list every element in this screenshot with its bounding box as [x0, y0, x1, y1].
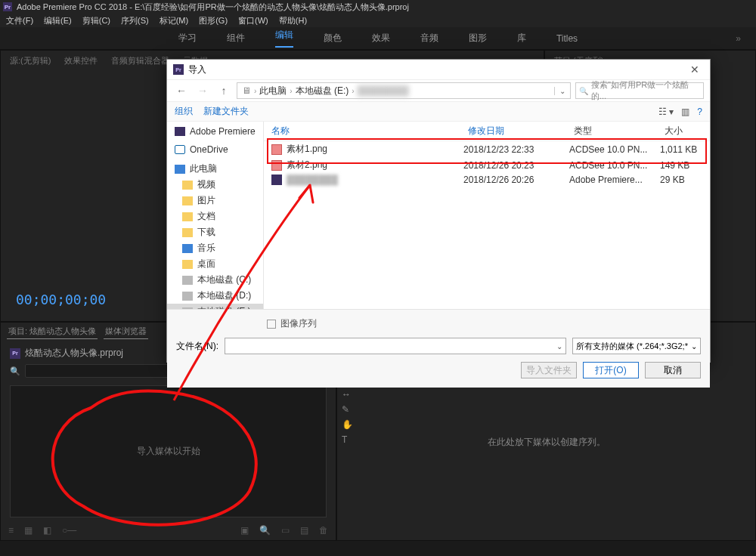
image-sequence-checkbox[interactable] [267, 320, 276, 329]
workspace-libraries[interactable]: 库 [517, 32, 526, 45]
menu-sequence[interactable]: 序列(S) [121, 15, 149, 26]
menu-markers[interactable]: 标记(M) [160, 15, 189, 26]
disk-icon [182, 292, 193, 301]
open-button[interactable]: 打开(O) [583, 362, 639, 378]
back-icon[interactable]: ← [173, 82, 190, 99]
sidebar-item-disk-d[interactable]: 本地磁盘 (D:) [167, 288, 263, 304]
effect-controls-tab[interactable]: 效果控件 [61, 54, 101, 68]
search-input[interactable]: 搜索"如何用PR做一个炫酷的... [575, 82, 704, 99]
breadcrumb-dropdown-icon[interactable]: ⌄ [554, 87, 570, 95]
file-row[interactable]: 素材1.png 2018/12/23 22:33 ACDSee 10.0 PN.… [264, 141, 710, 157]
zoom-slider[interactable]: ○— [62, 525, 76, 536]
sidebar-item-premiere[interactable]: Adobe Premiere [167, 125, 263, 138]
col-name[interactable]: 名称 [271, 125, 468, 137]
file-list-area: 名称 修改日期 类型 大小 素材1.png 2018/12/23 22:33 A… [264, 122, 710, 309]
disk-icon [182, 276, 193, 285]
slip-tool-icon[interactable]: ↔ [342, 389, 353, 400]
title-bar: Adobe Premiere Pro CC 2018 - E:\百度经验\如何用… [0, 0, 756, 14]
workspace-assembly[interactable]: 组件 [227, 32, 245, 45]
filename-input[interactable]: ⌄ [225, 338, 566, 354]
col-size[interactable]: 大小 [665, 125, 702, 137]
audio-mixer-tab[interactable]: 音频剪辑混合器 [108, 54, 172, 68]
forward-icon[interactable]: → [194, 82, 211, 99]
project-bin-dropzone[interactable]: 导入媒体以开始 [10, 385, 327, 517]
folder-icon [182, 212, 193, 221]
file-type-filter[interactable]: 所有支持的媒体 (*.264;*.3G2;*⌄ [572, 338, 701, 354]
cancel-button[interactable]: 取消 [645, 362, 701, 378]
find-icon[interactable]: 🔍 [259, 525, 271, 536]
sidebar-item-desktop[interactable]: 桌面 [167, 256, 263, 272]
freeform-view-icon[interactable]: ◧ [43, 525, 51, 536]
menu-edit[interactable]: 编辑(E) [44, 15, 72, 26]
pc-icon: 🖥 [242, 85, 251, 96]
workspace-learning[interactable]: 学习 [178, 32, 197, 45]
menu-graphics[interactable]: 图形(G) [199, 15, 228, 26]
music-icon [182, 244, 193, 253]
clear-icon[interactable]: 🗑 [319, 525, 328, 536]
dialog-bottom: 图像序列 文件名(N): ⌄ 所有支持的媒体 (*.264;*.3G2;*⌄ 导… [167, 309, 710, 388]
icon-view-icon[interactable]: ▦ [24, 525, 33, 536]
up-icon[interactable]: ↑ [215, 82, 232, 99]
dialog-nav-bar: ← → ↑ 🖥 › 此电脑 › 本地磁盘 (E:) › ████████ ⌄ 搜… [167, 79, 710, 102]
preview-pane-icon[interactable]: ▥ [681, 107, 689, 117]
sidebar-item-this-pc[interactable]: 此电脑 [167, 161, 263, 177]
image-file-icon [271, 160, 282, 171]
project-tab[interactable]: 项目: 炫酷动态人物头像 [7, 326, 98, 339]
sidebar-item-documents[interactable]: 文档 [167, 208, 263, 224]
organize-button[interactable]: 组织 [175, 105, 193, 118]
sidebar-item-videos[interactable]: 视频 [167, 177, 263, 193]
image-sequence-label: 图像序列 [280, 318, 317, 329]
workspace-editing[interactable]: 编辑 [275, 29, 293, 48]
pen-tool-icon[interactable]: ✎ [342, 404, 353, 415]
folder-icon [182, 181, 193, 190]
folder-icon [182, 260, 193, 269]
help-icon[interactable]: ? [697, 107, 702, 117]
workspace-titles[interactable]: Titles [556, 33, 578, 44]
workspace-effects[interactable]: 效果 [372, 32, 390, 45]
close-icon[interactable]: ✕ [686, 62, 704, 77]
window-title: Adobe Premiere Pro CC 2018 - E:\百度经验\如何用… [17, 2, 409, 13]
dialog-app-icon [173, 64, 184, 75]
project-file-icon [10, 348, 20, 359]
col-date[interactable]: 修改日期 [468, 125, 574, 137]
source-timecode: 00;00;00;00 [16, 292, 106, 307]
menu-help[interactable]: 帮助(H) [279, 15, 307, 26]
image-file-icon [271, 144, 282, 155]
sidebar-item-onedrive[interactable]: OneDrive [167, 143, 263, 156]
crumb-this-pc[interactable]: 此电脑 [259, 85, 287, 97]
source-tab[interactable]: 源:(无剪辑) [7, 54, 54, 68]
sidebar-item-pictures[interactable]: 图片 [167, 193, 263, 208]
folder-icon [182, 196, 193, 205]
new-bin-icon[interactable]: ▭ [281, 525, 290, 536]
automate-icon[interactable]: ▣ [240, 525, 249, 536]
col-type[interactable]: 类型 [574, 125, 665, 137]
dialog-sidebar: Adobe Premiere OneDrive 此电脑 视频 图片 文档 下载 … [167, 122, 264, 309]
import-folder-button[interactable]: 导入文件夹 [521, 362, 577, 378]
overflow-icon[interactable]: » [736, 33, 741, 44]
hand-tool-icon[interactable]: ✋ [342, 419, 353, 430]
premiere-logo-icon [3, 2, 12, 11]
menu-file[interactable]: 文件(F) [6, 15, 33, 26]
onedrive-icon [175, 145, 185, 154]
list-view-icon[interactable]: ≡ [8, 525, 14, 536]
sidebar-item-music[interactable]: 音乐 [167, 240, 263, 256]
new-folder-button[interactable]: 新建文件夹 [203, 105, 249, 118]
view-mode-icon[interactable]: ☷ ▾ [658, 107, 674, 117]
workspace-color[interactable]: 颜色 [324, 32, 342, 45]
folder-icon [182, 228, 193, 237]
menu-clip[interactable]: 剪辑(C) [82, 15, 110, 26]
breadcrumb[interactable]: 🖥 › 此电脑 › 本地磁盘 (E:) › ████████ ⌄ [237, 82, 571, 99]
search-icon[interactable]: 🔍 [10, 366, 20, 376]
file-row[interactable]: 素材2.png 2018/12/26 20:23 ACDSee 10.0 PN.… [264, 157, 710, 173]
menu-window[interactable]: 窗口(W) [238, 15, 268, 26]
file-row[interactable]: ████████ 2018/12/26 20:26 Adobe Premiere… [264, 173, 710, 187]
sidebar-item-disk-c[interactable]: 本地磁盘 (C:) [167, 272, 263, 288]
workspace-graphics[interactable]: 图形 [469, 32, 487, 45]
media-browser-tab[interactable]: 媒体浏览器 [104, 326, 148, 339]
crumb-disk[interactable]: 本地磁盘 (E:) [296, 85, 349, 97]
sidebar-item-disk-e[interactable]: 本地磁盘 (E:) [167, 304, 263, 309]
workspace-audio[interactable]: 音频 [420, 32, 438, 45]
dialog-titlebar: 导入 ✕ [167, 60, 710, 79]
new-item-icon[interactable]: ▤ [300, 525, 308, 536]
sidebar-item-downloads[interactable]: 下载 [167, 224, 263, 240]
